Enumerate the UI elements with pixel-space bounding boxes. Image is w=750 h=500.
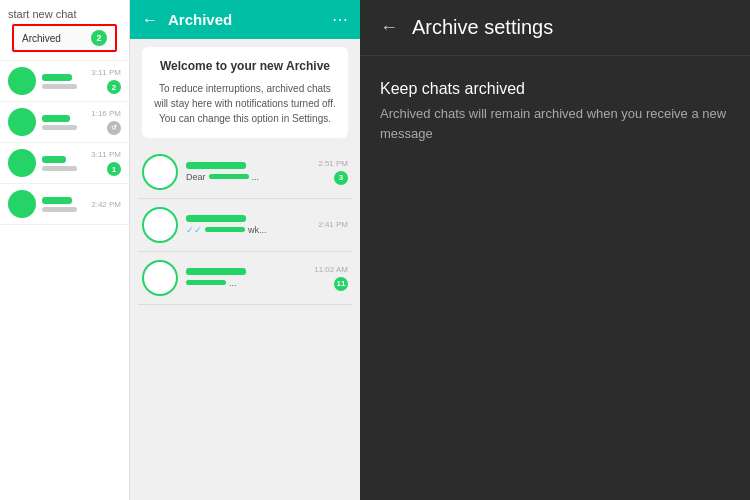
chat-badge-grey: ↺: [107, 121, 121, 135]
arch-preview-bar: [209, 174, 249, 179]
settings-header: ← Archive settings: [360, 0, 750, 56]
archived-badge: 2: [91, 30, 107, 46]
chat-time: 1:16 PM: [91, 109, 121, 118]
arch-preview-bar: [205, 227, 245, 232]
arch-preview-suffix: wk...: [248, 225, 267, 235]
avatar: [8, 149, 36, 177]
chat-meta: 3:11 PM 1: [91, 150, 121, 176]
arch-time: 11:02 AM: [314, 265, 348, 274]
arch-preview-bar: [186, 280, 226, 285]
arch-preview-row: Dear ...: [186, 172, 310, 182]
left-header: start new chat Archived 2: [0, 0, 129, 61]
arch-meta: 2:41 PM: [318, 220, 348, 229]
chat-meta: 2:42 PM: [91, 200, 121, 209]
arch-preview-dots: ...: [229, 278, 237, 288]
chat-meta: 3:11 PM 2: [91, 68, 121, 94]
chat-badge: 1: [107, 162, 121, 176]
arch-badge: 11: [334, 277, 348, 291]
avatar: [142, 154, 178, 190]
arch-time: 2:51 PM: [318, 159, 348, 168]
right-settings-panel: ← Archive settings Keep chats archived A…: [360, 0, 750, 500]
welcome-box: Welcome to your new Archive To reduce in…: [142, 47, 348, 138]
arch-preview-prefix: Dear: [186, 172, 206, 182]
arch-preview-row: ✓✓ wk...: [186, 225, 310, 235]
arch-name-row: [186, 215, 310, 222]
chat-badge: 2: [107, 80, 121, 94]
chat-meta: 1:16 PM ↺: [91, 109, 121, 135]
back-button[interactable]: ←: [142, 11, 158, 29]
list-item[interactable]: ✓✓ wk... 2:41 PM: [138, 199, 352, 252]
setting-title: Keep chats archived: [380, 80, 730, 98]
chat-preview-bar: [42, 207, 77, 212]
archived-row[interactable]: Archived 2: [12, 24, 117, 52]
chat-name-bar: [42, 115, 70, 122]
welcome-title: Welcome to your new Archive: [152, 59, 338, 75]
chat-time: 3:11 PM: [91, 150, 121, 159]
start-new-chat-label[interactable]: start new chat: [8, 8, 76, 20]
avatar: [8, 67, 36, 95]
chat-name-bar: [42, 156, 66, 163]
arch-meta: 11:02 AM 11: [314, 265, 348, 291]
settings-title: Archive settings: [412, 16, 553, 39]
chat-name-bar: [42, 197, 72, 204]
arch-name-row: [186, 268, 306, 275]
settings-back-button[interactable]: ←: [380, 17, 398, 38]
more-options-icon[interactable]: ⋯: [332, 10, 348, 29]
arch-meta: 2:51 PM 3: [318, 159, 348, 185]
list-item[interactable]: 3:11 PM 1: [0, 143, 129, 184]
chat-preview-bar: [42, 166, 77, 171]
list-item[interactable]: 1:16 PM ↺: [0, 102, 129, 143]
list-item[interactable]: 2:42 PM: [0, 184, 129, 225]
chat-time: 3:11 PM: [91, 68, 121, 77]
arch-time: 2:41 PM: [318, 220, 348, 229]
archived-header: ← Archived ⋯: [130, 0, 360, 39]
welcome-body: To reduce interruptions, archived chats …: [152, 81, 338, 126]
list-item[interactable]: 3:11 PM 2: [0, 61, 129, 102]
settings-content: Keep chats archived Archived chats will …: [360, 56, 750, 167]
chat-preview-bar: [42, 125, 77, 130]
chat-info: [42, 197, 85, 212]
double-tick-icon: ✓✓: [186, 225, 202, 235]
arch-chat-info: ✓✓ wk...: [186, 215, 310, 235]
chat-name-bar: [42, 74, 72, 81]
avatar: [8, 190, 36, 218]
chat-info: [42, 115, 85, 130]
archived-title: Archived: [168, 11, 322, 28]
chat-list: 3:11 PM 2 1:16 PM ↺ 3:11 PM: [0, 61, 129, 500]
arch-preview-row: ...: [186, 278, 306, 288]
arch-name-bar: [186, 268, 246, 275]
chat-time: 2:42 PM: [91, 200, 121, 209]
arch-chat-info: ...: [186, 268, 306, 288]
arch-preview-dots: ...: [252, 172, 260, 182]
arch-name-bar: [186, 215, 246, 222]
chat-info: [42, 74, 85, 89]
arch-badge: 3: [334, 171, 348, 185]
list-item[interactable]: ... 11:02 AM 11: [138, 252, 352, 305]
avatar: [142, 260, 178, 296]
archived-chat-list: Dear ... 2:51 PM 3 ✓✓ wk...: [130, 146, 360, 500]
middle-archived-panel: ← Archived ⋯ Welcome to your new Archive…: [130, 0, 360, 500]
arch-chat-info: Dear ...: [186, 162, 310, 182]
left-header-row: start new chat: [8, 8, 121, 20]
keep-archived-setting: Keep chats archived Archived chats will …: [380, 80, 730, 143]
chat-info: [42, 156, 85, 171]
arch-name-row: [186, 162, 310, 169]
avatar: [142, 207, 178, 243]
archived-label: Archived: [22, 33, 61, 44]
arch-name-bar: [186, 162, 246, 169]
chat-preview-bar: [42, 84, 77, 89]
setting-description: Archived chats will remain archived when…: [380, 104, 730, 143]
list-item[interactable]: Dear ... 2:51 PM 3: [138, 146, 352, 199]
avatar: [8, 108, 36, 136]
left-chat-panel: start new chat Archived 2 3:11 PM 2: [0, 0, 130, 500]
